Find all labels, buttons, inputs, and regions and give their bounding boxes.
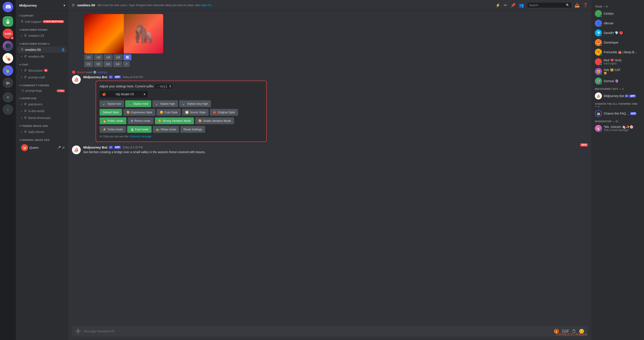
discord-icon[interactable] [3,2,13,12]
members-icon[interactable]: 👥 [519,3,524,8]
channel-item-daily-theme[interactable]: ● # daily-theme [18,129,67,135]
add-icon[interactable]: ➕ [76,329,81,334]
member-davidh[interactable]: 💎 DavidH 💎 🔴 [593,28,642,38]
online-dot [600,130,602,132]
v1-button[interactable]: V1 [84,61,93,67]
help-icon[interactable]: ❓ [583,3,588,8]
original-style-button[interactable]: 🍎 Original Style [210,109,238,116]
channel-item-paintovers[interactable]: ● # paintovers [18,101,67,107]
channel-item-discussion[interactable]: ● # discussion 6 [18,67,67,74]
member-midjourney-bot[interactable]: ⛵ Midjourney Bot ✓ APP [593,91,642,101]
purple-server-icon[interactable]: 🌑 [3,41,13,51]
channel-item-newbies-89[interactable]: ● # newbies-89 [18,53,67,60]
channel-description: Bot room for new users. Type /imagine th… [98,3,493,7]
eye-icon: 👁 [100,135,102,138]
dismiss-link[interactable]: Dismiss message [131,135,151,138]
manage-channel-icon[interactable]: 👤 [61,48,65,51]
pencil-icon[interactable]: ✏ [504,3,507,8]
member-clkruse[interactable]: 👤 clkruse [593,18,642,28]
fast-mode-button[interactable]: 🐇 Fast mode [127,126,152,133]
channel-link[interactable]: https://d... [201,3,213,7]
member-dominique[interactable]: 🦊 Dominique [593,38,642,47]
member-frenuckle[interactable]: 🦊 Frenuckle 🦊 | Beep B... [593,47,642,57]
channel-item-blend-showcase[interactable]: ● # blend-showcase [18,115,67,121]
channel-item-queen[interactable]: 👑 Queen 🎤 ⚙ [18,143,67,152]
u4-button[interactable]: U4 [114,54,122,60]
default-style-button[interactable]: Default Style [100,109,122,116]
member-ms-unicorn[interactable]: 🦄 *Ms. Unicorn 🦄✨🌸 This is Dual Damage! [593,124,642,133]
member-somnai[interactable]: 🔮 Somnai 🔮 [593,76,642,86]
bullet-icon: ● [21,55,22,57]
u3-button[interactable]: U3 [104,54,113,60]
explore-icon[interactable]: ↓ [3,104,13,115]
channel-name-label: prompt-faqs [26,89,42,92]
scenic-style-label: Scenic Style [190,111,206,114]
stylize-low-icon: 🖌️ [103,102,106,105]
web-button[interactable]: ↗ [123,61,130,67]
add-server-button[interactable]: + [3,92,13,103]
cute-style-button[interactable]: 😊 Cute Style [156,109,181,116]
online-dot [600,83,602,85]
settings-icon[interactable]: ⚙ [62,146,65,150]
u1-button[interactable]: U1 [84,54,93,60]
v2-button[interactable]: V2 [94,61,103,67]
search-text: Search [529,3,538,7]
channel-item-prompt-craft[interactable]: ● # prompt-craft [18,74,67,80]
bird-server-icon[interactable]: 🦜 [3,65,13,76]
relax-mode-button[interactable]: 🐢 Relax mode [153,126,179,133]
pin-icon[interactable]: 📌 [511,3,516,8]
member-red[interactable]: ❤️ Red ❤️ HUG trans rights [593,57,642,67]
turbo-mode-button[interactable]: ⚡ Turbo mode [100,126,126,133]
remix-mode-button[interactable]: ⊞ Remix mode [128,117,154,124]
strong-variation-button[interactable]: 🎨 Strong Variation Mode [155,117,194,124]
expressive-style-button[interactable]: 🎨 Expressive Style [123,109,155,116]
search-box[interactable]: Search 🔍 [527,3,571,8]
emoji-icon[interactable]: 😊 [579,329,584,334]
message-input-field[interactable] [84,330,551,333]
refresh-button[interactable]: 🔄 [124,54,132,60]
slash-icon[interactable]: ⚡ [496,3,500,8]
sticker-icon[interactable]: 🗒 [572,329,576,334]
mic-icon[interactable]: 🎤 [57,146,61,150]
qs-server-icon[interactable]: Qs [3,78,13,88]
sund-server-icon[interactable]: SUND 7 [3,28,13,39]
dominique-avatar: 🦊 [595,39,602,46]
member-charon[interactable]: 🤖 Charon the FAQ ... APP [593,109,642,118]
stylize-very-high-button[interactable]: 🖌️ Stylize very high [179,100,211,107]
model-dropdown[interactable]: 🍎 Niji Model V5 ▾ [100,91,148,98]
inbox-icon[interactable]: 📥 [575,3,580,8]
charon-app-tag: APP [630,112,636,115]
midjourney-bot-sidebar-avatar: ⛵ [595,92,602,99]
scenic-style-button[interactable]: 🌅 Scenic Style [182,109,209,116]
midjourney-server-icon[interactable] [3,16,13,27]
public-mode-label: Public mode [108,119,123,123]
server-header[interactable]: Midjourney ▾ [16,0,68,11]
public-mode-button[interactable]: 🔥 Public mode [100,117,126,124]
v4-button[interactable]: V4 [113,61,122,67]
channel-item-newbies-29[interactable]: ● # newbies-29 [18,32,67,39]
red-server-icon[interactable]: 💊 [3,53,13,63]
hash-icon: # [21,19,23,24]
gif-icon[interactable]: GIF [562,329,569,334]
header-hash-icon: # [72,2,74,8]
gift-icon[interactable]: 🎁 [554,329,559,334]
channel-item-newbies-59[interactable]: # newbies-59 👤 [18,46,67,53]
channel-item-prompt-faqs[interactable]: 🗨 prompt-faqs 1 New [18,88,67,93]
discussion-badge: 6 [44,69,48,72]
reset-settings-button[interactable]: Reset Settings [180,126,205,133]
member-seb[interactable]: 🐱 Seb 🐱 CAT 🐱 [593,67,642,76]
ms-unicorn-sub: This is Dual Damage! [604,129,633,132]
channel-item-in-the-world[interactable]: ● # in-the-world [18,108,67,114]
stylize-med-button[interactable]: 🖌️ Stylize med [125,100,151,107]
channel-item-trial-support[interactable]: # trial-support 6 NEW MENTIONS [18,18,67,25]
app-tag-2: APP [114,146,121,149]
member-cixelyn[interactable]: 🌿 Cixelyn [593,9,642,18]
category-themed-image-gen: ▾ THEMED IMAGE GEN [16,121,68,128]
subtle-variation-button[interactable]: 🎨 Subtle Variation Mode [195,117,234,124]
u2-button[interactable]: U2 [94,54,103,60]
server-sidebar: SUND 7 🌑 💊 🦜 Qs + ↓ [0,0,16,340]
timestamp-2: Today at 6:28 PM [122,146,143,149]
stylize-high-button[interactable]: 🖌️ Stylize high [152,100,178,107]
stylize-low-button[interactable]: 🖌️ Stylize low [100,100,124,107]
v3-button[interactable]: V3 [104,61,112,67]
